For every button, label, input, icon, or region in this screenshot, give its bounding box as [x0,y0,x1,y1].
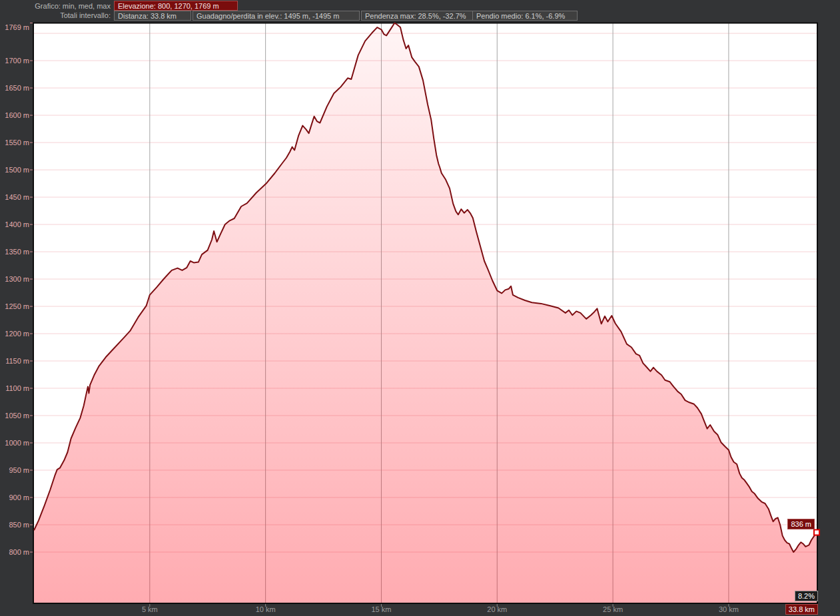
y-axis-label: 1150 m [0,356,29,366]
y-axis-label: 1500 m [0,164,29,175]
x-axis-label: 15 km [358,605,404,615]
x-axis-label: 25 km [590,605,636,615]
y-axis-label: 1700 m [0,55,29,66]
y-axis-label: 1550 m [0,137,29,148]
y-axis-label: 1000 m [0,438,29,448]
y-axis-label: 1050 m [0,410,29,421]
y-axis-label: 1600 m [0,110,29,121]
y-axis-label: 1650 m [0,83,29,93]
y-axis-label: 1350 m [0,246,29,257]
y-axis-label: 1100 m [0,383,29,394]
y-axis-label: 1769 m [0,22,29,33]
x-axis-label: 20 km [474,605,520,615]
x-axis-ticks [150,604,729,607]
elevation-chart-canvas[interactable] [0,0,840,616]
y-axis-label: 1250 m [0,301,29,312]
cursor-distance-label: 33.8 km [785,604,818,615]
y-axis-label: 1200 m [0,328,29,339]
y-axis-label: 950 m [0,465,29,475]
y-axis-label: 1450 m [0,192,29,202]
cursor-position-marker[interactable] [814,529,819,535]
y-axis-label: 800 m [0,547,29,557]
y-axis-label: 850 m [0,519,29,530]
x-axis-label: 5 km [127,605,173,615]
y-axis-label: 1300 m [0,274,29,284]
x-axis-label: 30 km [705,605,752,615]
elevation-graph-window: Grafico: min, med, max Elevazione: 800, … [0,0,840,616]
y-axis-ticks [30,23,33,553]
x-axis-label: 10 km [242,605,289,615]
cursor-slope-label: 8.2% [795,591,818,601]
cursor-elevation-label: 836 m [787,519,815,529]
y-axis-label: 900 m [0,492,29,503]
y-axis-label: 1400 m [0,219,29,230]
